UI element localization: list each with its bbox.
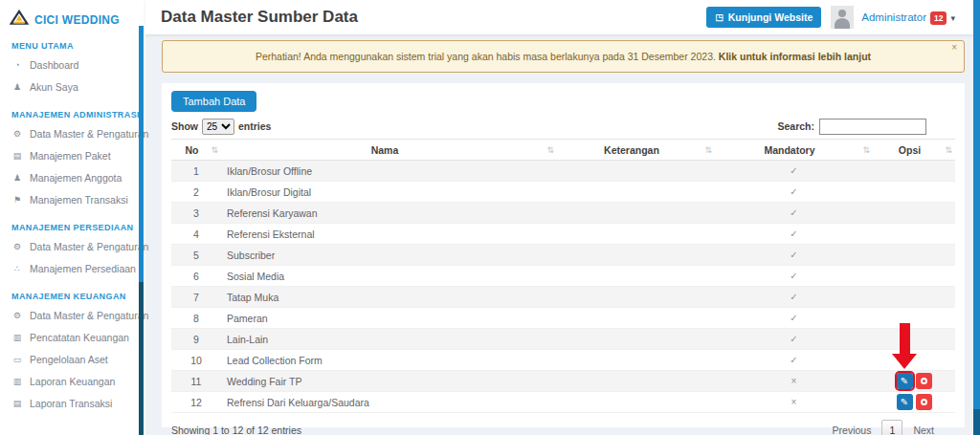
user-menu[interactable]: Administrator12▾ bbox=[861, 11, 955, 23]
sidebar-item-dashboard[interactable]: ◔Dashboard bbox=[11, 54, 145, 76]
row-number-cell: 11 bbox=[171, 371, 221, 392]
edit-button[interactable]: ✎ bbox=[897, 373, 913, 389]
page-size-select[interactable]: 25 bbox=[202, 119, 234, 135]
column-label: No bbox=[186, 144, 199, 156]
options-cell: ✎ bbox=[873, 371, 955, 392]
page-1-button[interactable]: 1 bbox=[881, 420, 902, 435]
visit-website-label: Kunjungi Website bbox=[728, 11, 813, 23]
options-cell bbox=[873, 245, 955, 266]
delete-button[interactable] bbox=[916, 394, 932, 410]
sidebar-scrollbar-track bbox=[139, 282, 144, 435]
row-number-cell: 1 bbox=[171, 161, 221, 182]
sidebar-item-data-master-pengaturan[interactable]: ⚙Data Master & Pengaturan bbox=[11, 122, 145, 144]
banner-text: Perhatian! Anda menggunakan sistem trial… bbox=[256, 51, 719, 62]
name-cell: Referensi Eksternal bbox=[221, 224, 557, 245]
name-cell: Subscriber bbox=[221, 245, 557, 266]
page-title: Data Master Sumber Data bbox=[161, 8, 706, 27]
name-cell: Tatap Muka bbox=[221, 287, 557, 308]
sidebar-item-label: Dashboard bbox=[30, 59, 78, 71]
sidebar-item-pencatatan-keuangan[interactable]: ▥Pencatatan Keuangan bbox=[11, 326, 145, 348]
next-button[interactable]: Next bbox=[913, 424, 934, 435]
gears-icon: ⚙ bbox=[11, 242, 23, 251]
sidebar-item-label: Pencatatan Keuangan bbox=[30, 332, 129, 343]
close-icon[interactable]: × bbox=[951, 42, 957, 53]
sort-icon[interactable]: ⇅ bbox=[546, 145, 554, 155]
column-header-mandatory[interactable]: Mandatory⇅ bbox=[715, 140, 873, 161]
edit-button[interactable]: ✎ bbox=[897, 394, 913, 410]
sort-icon[interactable]: ⇅ bbox=[704, 145, 712, 155]
sidebar-item-pengelolaan-aset[interactable]: ▭Pengelolaan Aset bbox=[11, 348, 145, 370]
brand-name: CICI WEDDING bbox=[34, 13, 120, 27]
table-row: 7Tatap Muka✓ bbox=[171, 287, 955, 308]
brand[interactable]: CICI WEDDING bbox=[0, 0, 145, 30]
previous-button[interactable]: Previous bbox=[833, 424, 872, 435]
user-icon: ♟ bbox=[11, 82, 23, 92]
column-label: Nama bbox=[371, 144, 399, 156]
sidebar-item-manajemen-transaksi[interactable]: ⚑Manajemen Transaksi bbox=[11, 188, 145, 210]
brand-logo-icon bbox=[10, 10, 29, 30]
mandatory-cell: ✓ bbox=[715, 224, 873, 245]
sidebar-item-akun-saya[interactable]: ♟Akun Saya bbox=[11, 76, 145, 98]
description-cell bbox=[557, 182, 715, 203]
row-number-cell: 9 bbox=[171, 329, 221, 350]
add-data-button[interactable]: Tambah Data bbox=[171, 91, 256, 112]
mandatory-cell: ✓ bbox=[715, 350, 873, 371]
mandatory-cell: ✓ bbox=[715, 245, 873, 266]
column-header-keterangan[interactable]: Keterangan⇅ bbox=[557, 140, 715, 161]
mandatory-cell: ✓ bbox=[715, 266, 873, 287]
sidebar-item-data-master-pengaturan[interactable]: ⚙Data Master & Pengaturan bbox=[11, 304, 145, 326]
sidebar-scrollbar-thumb[interactable] bbox=[139, 26, 144, 282]
sidebar-item-label: Manajemen Anggota bbox=[30, 172, 122, 184]
delete-button[interactable] bbox=[916, 373, 932, 389]
page-scrollbar[interactable] bbox=[973, 0, 980, 435]
entries-label: entries bbox=[238, 120, 271, 132]
sort-icon[interactable]: ⇅ bbox=[211, 145, 218, 155]
column-header-nama[interactable]: Nama⇅ bbox=[221, 140, 557, 161]
sort-icon[interactable]: ⇅ bbox=[945, 145, 952, 155]
name-cell: Refrensi Dari Keluarga/Saudara bbox=[221, 392, 557, 413]
options-buttons: ✎ bbox=[873, 373, 955, 389]
share-icon: ∴ bbox=[11, 264, 23, 273]
sidebar-item-data-master-pengaturan[interactable]: ⚙Data Master & Pengaturan bbox=[11, 235, 145, 257]
table-row: 11Wedding Fair TP×✎ bbox=[171, 371, 955, 392]
data-table: No⇅Nama⇅Keterangan⇅Mandatory⇅Opsi⇅ 1Ikla… bbox=[171, 139, 955, 413]
sidebar-item-label: Pengelolaan Aset bbox=[30, 354, 108, 365]
gears-icon: ⚙ bbox=[11, 129, 23, 139]
show-label: Show bbox=[171, 120, 198, 132]
sidebar-item-label: Manajemen Paket bbox=[30, 150, 111, 162]
row-number-cell: 10 bbox=[171, 350, 221, 371]
sidebar-item-manajemen-anggota[interactable]: ♟Manajemen Anggota bbox=[11, 166, 145, 188]
avatar-body bbox=[835, 18, 850, 29]
gears-icon: ⚙ bbox=[11, 311, 23, 320]
sidebar-scrollbar[interactable] bbox=[139, 26, 144, 435]
search-input[interactable] bbox=[819, 119, 926, 135]
nav-section: MANAJEMEN ADMINISTRASI⚙Data Master & Pen… bbox=[11, 110, 145, 210]
pagination: Previous 1 Next bbox=[833, 420, 955, 435]
table-body: 1Iklan/Brosur Offline✓2Iklan/Brosur Digi… bbox=[171, 161, 955, 413]
notification-badge: 12 bbox=[930, 11, 947, 25]
banner-link[interactable]: Klik untuk informasi lebih lanjut bbox=[719, 51, 871, 62]
sidebar-item-laporan-keuangan[interactable]: ▥Laporan Keuangan bbox=[11, 370, 145, 392]
avatar[interactable] bbox=[831, 6, 854, 29]
sidebar-item-laporan-transaksi[interactable]: ▤Laporan Transaksi bbox=[11, 392, 145, 414]
column-header-no[interactable]: No⇅ bbox=[171, 140, 221, 161]
users-icon: ♟ bbox=[11, 173, 23, 183]
money-icon: ▥ bbox=[11, 377, 23, 386]
description-cell bbox=[557, 371, 715, 392]
sidebar-item-manajemen-paket[interactable]: ▤Manajemen Paket bbox=[11, 144, 145, 166]
sort-icon[interactable]: ⇅ bbox=[862, 145, 870, 155]
column-header-opsi[interactable]: Opsi⇅ bbox=[873, 140, 955, 161]
visit-website-button[interactable]: ◳ Kunjungi Website bbox=[706, 7, 821, 28]
external-link-icon: ◳ bbox=[715, 12, 724, 22]
sidebar-item-label: Laporan Transaksi bbox=[30, 398, 112, 409]
column-label: Mandatory bbox=[764, 144, 814, 156]
globe-icon: ◔ bbox=[11, 60, 23, 70]
page-scrollbar-track bbox=[973, 409, 980, 435]
row-number-cell: 6 bbox=[171, 266, 221, 287]
sidebar-item-manajemen-persediaan[interactable]: ∴Manajemen Persediaan bbox=[11, 257, 145, 279]
page-scrollbar-thumb[interactable] bbox=[973, 0, 980, 409]
nav-section-title: MANAJEMEN KEUANGAN bbox=[11, 292, 145, 301]
app-window: CICI WEDDING MENU UTAMA◔Dashboard♟Akun S… bbox=[0, 0, 980, 435]
mandatory-cell: ✓ bbox=[715, 203, 873, 224]
description-cell bbox=[557, 224, 715, 245]
